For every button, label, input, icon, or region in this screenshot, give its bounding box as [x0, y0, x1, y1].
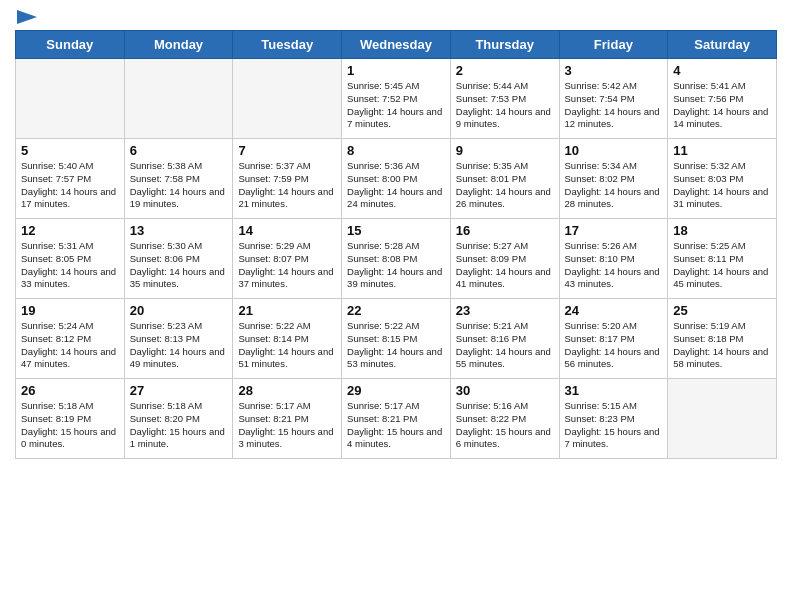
date-number: 27	[130, 383, 228, 398]
calendar-week-2: 5Sunrise: 5:40 AM Sunset: 7:57 PM Daylig…	[16, 139, 777, 219]
cell-info-text: Sunrise: 5:38 AM Sunset: 7:58 PM Dayligh…	[130, 160, 228, 211]
cell-info-text: Sunrise: 5:22 AM Sunset: 8:15 PM Dayligh…	[347, 320, 445, 371]
calendar-cell: 13Sunrise: 5:30 AM Sunset: 8:06 PM Dayli…	[124, 219, 233, 299]
calendar-cell: 28Sunrise: 5:17 AM Sunset: 8:21 PM Dayli…	[233, 379, 342, 459]
date-number: 9	[456, 143, 554, 158]
cell-info-text: Sunrise: 5:19 AM Sunset: 8:18 PM Dayligh…	[673, 320, 771, 371]
cell-info-text: Sunrise: 5:21 AM Sunset: 8:16 PM Dayligh…	[456, 320, 554, 371]
cell-info-text: Sunrise: 5:37 AM Sunset: 7:59 PM Dayligh…	[238, 160, 336, 211]
date-number: 22	[347, 303, 445, 318]
calendar-cell: 19Sunrise: 5:24 AM Sunset: 8:12 PM Dayli…	[16, 299, 125, 379]
day-header-wednesday: Wednesday	[342, 31, 451, 59]
calendar-cell: 21Sunrise: 5:22 AM Sunset: 8:14 PM Dayli…	[233, 299, 342, 379]
date-number: 15	[347, 223, 445, 238]
logo-arrow-icon	[17, 10, 37, 24]
calendar-cell: 31Sunrise: 5:15 AM Sunset: 8:23 PM Dayli…	[559, 379, 668, 459]
date-number: 18	[673, 223, 771, 238]
svg-marker-0	[17, 10, 37, 24]
logo	[15, 10, 37, 22]
cell-info-text: Sunrise: 5:25 AM Sunset: 8:11 PM Dayligh…	[673, 240, 771, 291]
cell-info-text: Sunrise: 5:17 AM Sunset: 8:21 PM Dayligh…	[238, 400, 336, 451]
calendar-body: 1Sunrise: 5:45 AM Sunset: 7:52 PM Daylig…	[16, 59, 777, 459]
calendar-cell: 3Sunrise: 5:42 AM Sunset: 7:54 PM Daylig…	[559, 59, 668, 139]
date-number: 2	[456, 63, 554, 78]
calendar-cell: 12Sunrise: 5:31 AM Sunset: 8:05 PM Dayli…	[16, 219, 125, 299]
date-number: 6	[130, 143, 228, 158]
cell-info-text: Sunrise: 5:24 AM Sunset: 8:12 PM Dayligh…	[21, 320, 119, 371]
page-header	[15, 10, 777, 22]
day-header-tuesday: Tuesday	[233, 31, 342, 59]
cell-info-text: Sunrise: 5:29 AM Sunset: 8:07 PM Dayligh…	[238, 240, 336, 291]
calendar-cell	[124, 59, 233, 139]
date-number: 25	[673, 303, 771, 318]
cell-info-text: Sunrise: 5:20 AM Sunset: 8:17 PM Dayligh…	[565, 320, 663, 371]
calendar-cell: 7Sunrise: 5:37 AM Sunset: 7:59 PM Daylig…	[233, 139, 342, 219]
calendar-cell: 25Sunrise: 5:19 AM Sunset: 8:18 PM Dayli…	[668, 299, 777, 379]
date-number: 7	[238, 143, 336, 158]
cell-info-text: Sunrise: 5:35 AM Sunset: 8:01 PM Dayligh…	[456, 160, 554, 211]
calendar-cell: 1Sunrise: 5:45 AM Sunset: 7:52 PM Daylig…	[342, 59, 451, 139]
cell-info-text: Sunrise: 5:44 AM Sunset: 7:53 PM Dayligh…	[456, 80, 554, 131]
calendar-cell	[668, 379, 777, 459]
date-number: 17	[565, 223, 663, 238]
date-number: 16	[456, 223, 554, 238]
date-number: 31	[565, 383, 663, 398]
date-number: 21	[238, 303, 336, 318]
day-header-sunday: Sunday	[16, 31, 125, 59]
date-number: 23	[456, 303, 554, 318]
calendar-cell: 14Sunrise: 5:29 AM Sunset: 8:07 PM Dayli…	[233, 219, 342, 299]
calendar-week-5: 26Sunrise: 5:18 AM Sunset: 8:19 PM Dayli…	[16, 379, 777, 459]
date-number: 13	[130, 223, 228, 238]
calendar-week-1: 1Sunrise: 5:45 AM Sunset: 7:52 PM Daylig…	[16, 59, 777, 139]
cell-info-text: Sunrise: 5:23 AM Sunset: 8:13 PM Dayligh…	[130, 320, 228, 371]
calendar-cell: 24Sunrise: 5:20 AM Sunset: 8:17 PM Dayli…	[559, 299, 668, 379]
date-number: 28	[238, 383, 336, 398]
calendar-cell: 17Sunrise: 5:26 AM Sunset: 8:10 PM Dayli…	[559, 219, 668, 299]
cell-info-text: Sunrise: 5:15 AM Sunset: 8:23 PM Dayligh…	[565, 400, 663, 451]
calendar-cell: 27Sunrise: 5:18 AM Sunset: 8:20 PM Dayli…	[124, 379, 233, 459]
date-number: 12	[21, 223, 119, 238]
day-header-monday: Monday	[124, 31, 233, 59]
calendar-cell: 8Sunrise: 5:36 AM Sunset: 8:00 PM Daylig…	[342, 139, 451, 219]
date-number: 24	[565, 303, 663, 318]
date-number: 29	[347, 383, 445, 398]
cell-info-text: Sunrise: 5:17 AM Sunset: 8:21 PM Dayligh…	[347, 400, 445, 451]
cell-info-text: Sunrise: 5:31 AM Sunset: 8:05 PM Dayligh…	[21, 240, 119, 291]
date-number: 11	[673, 143, 771, 158]
cell-info-text: Sunrise: 5:18 AM Sunset: 8:19 PM Dayligh…	[21, 400, 119, 451]
calendar-cell: 2Sunrise: 5:44 AM Sunset: 7:53 PM Daylig…	[450, 59, 559, 139]
calendar-cell: 16Sunrise: 5:27 AM Sunset: 8:09 PM Dayli…	[450, 219, 559, 299]
date-number: 10	[565, 143, 663, 158]
cell-info-text: Sunrise: 5:27 AM Sunset: 8:09 PM Dayligh…	[456, 240, 554, 291]
calendar-cell: 26Sunrise: 5:18 AM Sunset: 8:19 PM Dayli…	[16, 379, 125, 459]
cell-info-text: Sunrise: 5:42 AM Sunset: 7:54 PM Dayligh…	[565, 80, 663, 131]
calendar-cell: 23Sunrise: 5:21 AM Sunset: 8:16 PM Dayli…	[450, 299, 559, 379]
day-header-saturday: Saturday	[668, 31, 777, 59]
cell-info-text: Sunrise: 5:36 AM Sunset: 8:00 PM Dayligh…	[347, 160, 445, 211]
calendar-cell	[233, 59, 342, 139]
cell-info-text: Sunrise: 5:41 AM Sunset: 7:56 PM Dayligh…	[673, 80, 771, 131]
calendar-cell: 15Sunrise: 5:28 AM Sunset: 8:08 PM Dayli…	[342, 219, 451, 299]
day-header-thursday: Thursday	[450, 31, 559, 59]
calendar-cell: 18Sunrise: 5:25 AM Sunset: 8:11 PM Dayli…	[668, 219, 777, 299]
calendar-cell: 4Sunrise: 5:41 AM Sunset: 7:56 PM Daylig…	[668, 59, 777, 139]
day-of-week-header-row: SundayMondayTuesdayWednesdayThursdayFrid…	[16, 31, 777, 59]
calendar-cell: 11Sunrise: 5:32 AM Sunset: 8:03 PM Dayli…	[668, 139, 777, 219]
cell-info-text: Sunrise: 5:16 AM Sunset: 8:22 PM Dayligh…	[456, 400, 554, 451]
cell-info-text: Sunrise: 5:32 AM Sunset: 8:03 PM Dayligh…	[673, 160, 771, 211]
date-number: 5	[21, 143, 119, 158]
cell-info-text: Sunrise: 5:26 AM Sunset: 8:10 PM Dayligh…	[565, 240, 663, 291]
calendar-table: SundayMondayTuesdayWednesdayThursdayFrid…	[15, 30, 777, 459]
date-number: 1	[347, 63, 445, 78]
calendar-cell: 22Sunrise: 5:22 AM Sunset: 8:15 PM Dayli…	[342, 299, 451, 379]
date-number: 19	[21, 303, 119, 318]
calendar-cell: 30Sunrise: 5:16 AM Sunset: 8:22 PM Dayli…	[450, 379, 559, 459]
cell-info-text: Sunrise: 5:30 AM Sunset: 8:06 PM Dayligh…	[130, 240, 228, 291]
calendar-cell: 10Sunrise: 5:34 AM Sunset: 8:02 PM Dayli…	[559, 139, 668, 219]
cell-info-text: Sunrise: 5:34 AM Sunset: 8:02 PM Dayligh…	[565, 160, 663, 211]
date-number: 8	[347, 143, 445, 158]
date-number: 20	[130, 303, 228, 318]
day-header-friday: Friday	[559, 31, 668, 59]
date-number: 30	[456, 383, 554, 398]
cell-info-text: Sunrise: 5:28 AM Sunset: 8:08 PM Dayligh…	[347, 240, 445, 291]
